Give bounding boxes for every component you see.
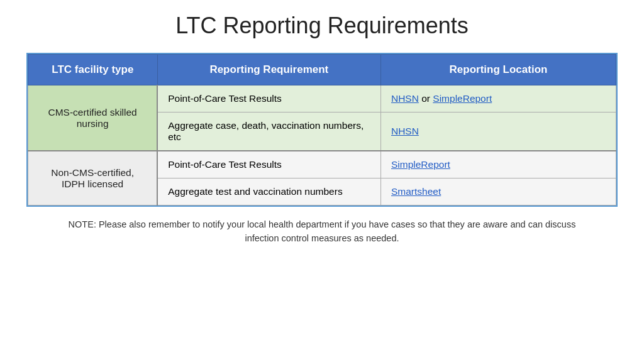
cms-facility-cell: CMS-certified skilled nursing (28, 85, 158, 151)
nhsn-link-1[interactable]: NHSN (391, 93, 419, 104)
table-header-row: LTC facility type Reporting Requirement … (28, 55, 616, 85)
table-row: Non-CMS-certified, IDPH licensed Point-o… (28, 151, 616, 178)
cms-loc-2: NHSN (380, 112, 616, 151)
noncms-facility-cell: Non-CMS-certified, IDPH licensed (28, 151, 158, 206)
cms-req-1: Point-of-Care Test Results (157, 85, 380, 112)
cms-loc-1: NHSN or SimpleReport (380, 85, 616, 112)
table-row: CMS-certified skilled nursing Point-of-C… (28, 85, 616, 112)
cms-req-2: Aggregate case, death, vaccination numbe… (157, 112, 380, 151)
note-text: NOTE: Please also remember to notify you… (52, 218, 592, 246)
col-header-location: Reporting Location (380, 55, 616, 85)
noncms-req-1: Point-of-Care Test Results (157, 151, 380, 178)
loc-separator: or (419, 93, 433, 104)
col-header-requirement: Reporting Requirement (157, 55, 380, 85)
nhsn-link-2[interactable]: NHSN (391, 126, 419, 136)
noncms-req-2: Aggregate test and vaccination numbers (157, 178, 380, 206)
ltc-table: LTC facility type Reporting Requirement … (28, 54, 616, 206)
main-table-wrapper: LTC facility type Reporting Requirement … (26, 53, 618, 207)
col-header-facility: LTC facility type (28, 55, 158, 85)
simplereport-link-1[interactable]: SimpleReport (433, 93, 492, 104)
page-title: LTC Reporting Requirements (25, 13, 619, 39)
smartsheet-link[interactable]: Smartsheet (391, 186, 441, 197)
noncms-loc-2: Smartsheet (380, 178, 616, 206)
noncms-loc-1: SimpleReport (380, 151, 616, 178)
simplereport-link-2[interactable]: SimpleReport (391, 159, 450, 170)
